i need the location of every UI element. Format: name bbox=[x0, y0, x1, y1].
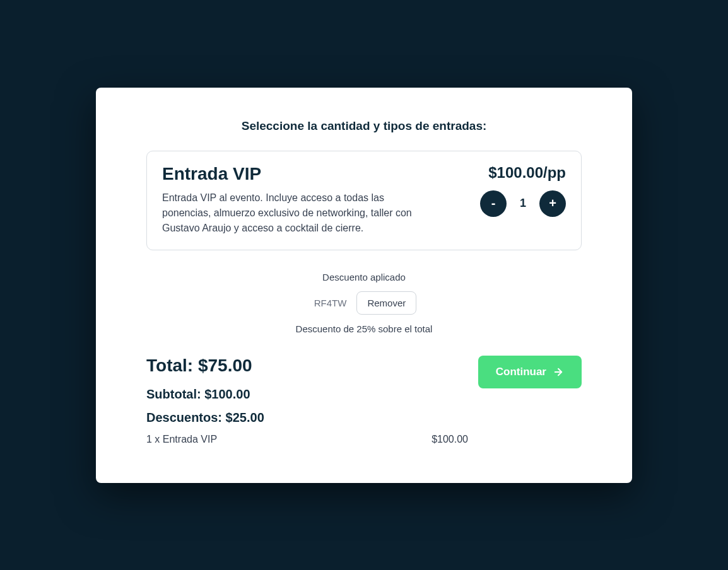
discount-applied-label: Descuento aplicado bbox=[146, 272, 582, 282]
subtotal-amount: Subtotal: $100.00 bbox=[146, 387, 478, 402]
totals-summary: Total: $75.00 Subtotal: $100.00 Descuent… bbox=[146, 356, 478, 445]
remove-discount-button[interactable]: Remover bbox=[356, 291, 416, 315]
ticket-selection-card: Seleccione la cantidad y tipos de entrad… bbox=[96, 88, 632, 483]
line-item-price: $100.00 bbox=[432, 434, 468, 445]
page-title: Seleccione la cantidad y tipos de entrad… bbox=[146, 119, 582, 133]
quantity-increase-button[interactable]: + bbox=[539, 190, 566, 217]
discount-detail: Descuento de 25% sobre el total bbox=[146, 323, 582, 334]
quantity-stepper: - 1 + bbox=[480, 190, 566, 217]
ticket-info: Entrada VIP Entrada VIP al evento. Inclu… bbox=[162, 164, 425, 236]
totals-section: Total: $75.00 Subtotal: $100.00 Descuent… bbox=[146, 356, 582, 445]
line-item-row: 1 x Entrada VIP $100.00 bbox=[146, 434, 468, 445]
discount-section: Descuento aplicado RF4TW Remover Descuen… bbox=[146, 272, 582, 334]
ticket-title: Entrada VIP bbox=[162, 164, 425, 184]
discount-code: RF4TW bbox=[312, 293, 349, 313]
quantity-value: 1 bbox=[518, 197, 528, 210]
ticket-price: $100.00/pp bbox=[488, 164, 566, 182]
continue-button-label: Continuar bbox=[496, 366, 546, 378]
continue-button[interactable]: Continuar bbox=[478, 356, 582, 388]
ticket-pricing: $100.00/pp - 1 + bbox=[440, 164, 566, 236]
ticket-description: Entrada VIP al evento. Incluye acceso a … bbox=[162, 190, 425, 236]
discount-row: RF4TW Remover bbox=[146, 291, 582, 315]
line-item-label: 1 x Entrada VIP bbox=[146, 434, 217, 445]
arrow-right-icon bbox=[553, 366, 564, 378]
ticket-option: Entrada VIP Entrada VIP al evento. Inclu… bbox=[146, 151, 582, 250]
discounts-amount: Descuentos: $25.00 bbox=[146, 410, 478, 425]
quantity-decrease-button[interactable]: - bbox=[480, 190, 507, 217]
total-amount: Total: $75.00 bbox=[146, 356, 478, 376]
